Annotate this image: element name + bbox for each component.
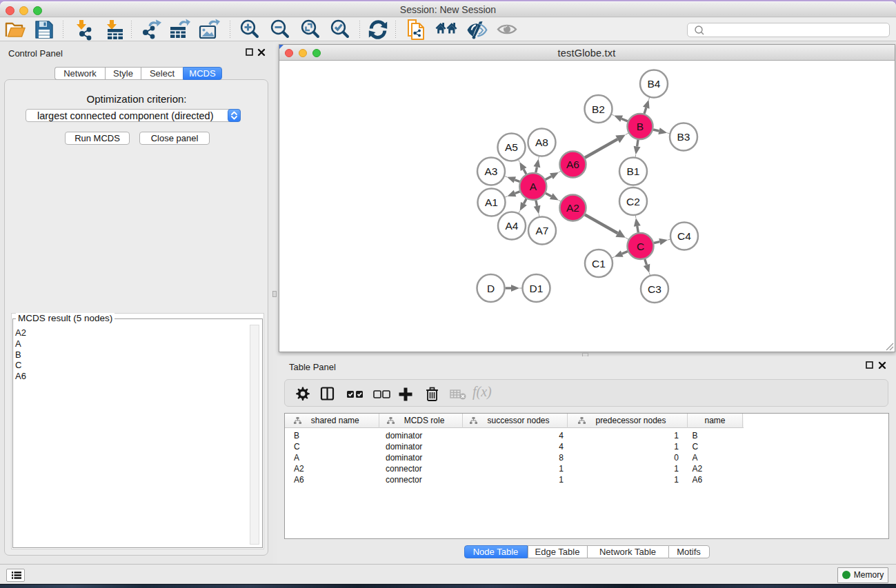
svg-text:A: A — [529, 181, 537, 192]
svg-text:D: D — [486, 282, 494, 294]
svg-text:B4: B4 — [647, 78, 660, 90]
svg-text:B1: B1 — [626, 165, 639, 177]
svg-text:A2: A2 — [566, 202, 579, 214]
svg-text:B3: B3 — [677, 131, 690, 143]
svg-text:D1: D1 — [529, 282, 543, 294]
svg-text:A8: A8 — [535, 136, 548, 148]
svg-text:A4: A4 — [505, 220, 518, 232]
svg-text:A5: A5 — [505, 141, 518, 153]
svg-text:C4: C4 — [677, 230, 691, 242]
svg-text:A1: A1 — [485, 196, 498, 208]
svg-text:C2: C2 — [626, 195, 640, 207]
svg-text:C: C — [636, 240, 644, 252]
svg-text:C3: C3 — [648, 283, 661, 294]
svg-text:A7: A7 — [535, 225, 548, 236]
svg-text:B2: B2 — [592, 103, 605, 114]
svg-text:C1: C1 — [592, 257, 606, 269]
svg-text:B: B — [636, 121, 643, 132]
svg-text:A3: A3 — [484, 165, 497, 177]
svg-text:A6: A6 — [566, 159, 579, 170]
